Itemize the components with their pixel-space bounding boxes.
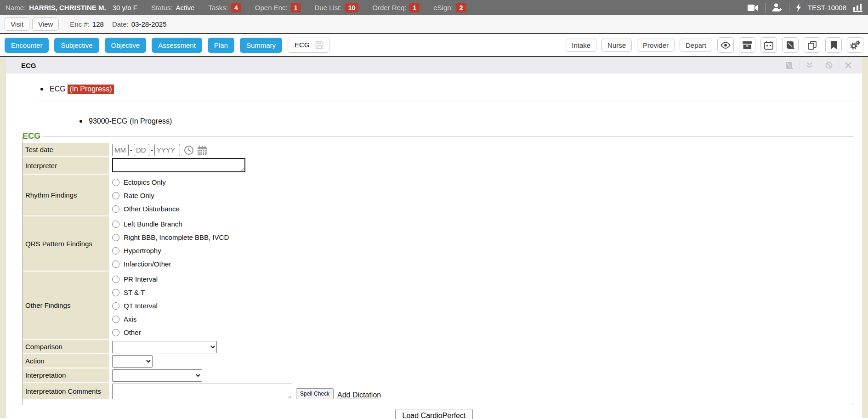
radio-pr-interval[interactable]: PR Interval — [112, 272, 381, 286]
tab-assessment[interactable]: Assessment — [152, 38, 202, 53]
name-label: Name: — [6, 4, 26, 11]
radio-label: Infarction/Other — [124, 260, 171, 268]
radio-other-disturbance[interactable]: Other Disturbance — [112, 202, 381, 215]
cancel-circle-icon[interactable] — [819, 60, 839, 70]
due-list-counter[interactable]: Due List: 10 — [314, 3, 358, 12]
depart-button[interactable]: Depart — [680, 39, 712, 52]
calendar-icon[interactable] — [760, 37, 777, 53]
tasks-counter[interactable]: Tasks: 4 — [208, 3, 241, 12]
intake-button[interactable]: Intake — [566, 39, 596, 52]
radio-infarction-other[interactable]: Infarction/Other — [112, 257, 381, 271]
radio-qt-interval[interactable]: QT Interval — [112, 299, 381, 312]
calendar-icon[interactable] — [197, 145, 207, 155]
spell-check-button[interactable]: Spell Check — [296, 388, 334, 399]
bar-chart-icon[interactable] — [853, 4, 862, 12]
ecg-order-item[interactable]: 93000-ECG (In Progress) — [79, 117, 862, 126]
interpretation-row: Interpretation — [23, 368, 381, 383]
radio-label: Left Bundle Branch — [124, 220, 182, 228]
lightning-icon[interactable] — [796, 3, 801, 12]
esign-badge[interactable]: 2 — [456, 3, 466, 12]
esign-counter[interactable]: eSign: 2 — [433, 3, 466, 12]
in-progress-status-badge: (In Progress) — [68, 85, 113, 94]
hypertrophy-radio[interactable] — [112, 247, 119, 255]
comparison-row: Comparison — [23, 340, 381, 354]
radio-ectopics-only[interactable]: Ectopics Only — [112, 176, 381, 189]
bookmark-icon[interactable] — [825, 37, 842, 53]
add-dictation-link[interactable]: Add Dictation — [337, 391, 381, 399]
interpretation-select[interactable] — [112, 369, 202, 382]
tab-encounter[interactable]: Encounter — [5, 38, 49, 53]
ledger-icon[interactable] — [782, 37, 799, 53]
comparison-select[interactable] — [112, 341, 217, 353]
patient-info-bar: Name: HARRIS, CHRISTINE M. 30 y/o F Stat… — [0, 0, 868, 15]
right-bbb-radio[interactable] — [112, 234, 119, 241]
order-req-counter[interactable]: Order Req: 1 — [372, 3, 420, 12]
copy-icon[interactable] — [804, 37, 820, 53]
interpretation-label: Interpretation — [23, 368, 109, 383]
book-icon[interactable] — [779, 60, 800, 70]
tab-plan[interactable]: Plan — [208, 38, 234, 53]
other-disturbance-radio[interactable] — [112, 205, 119, 213]
visit-button[interactable]: Visit — [5, 17, 29, 31]
comparison-label: Comparison — [23, 340, 109, 354]
test-date-year-input[interactable] — [154, 144, 180, 156]
tab-objective[interactable]: Objective — [105, 38, 147, 53]
nurse-button[interactable]: Nurse — [601, 39, 632, 52]
open-enc-badge[interactable]: 1 — [291, 3, 301, 12]
ecg-panel-body: ECG (In Progress) 93000-ECG (In Progress… — [6, 74, 862, 419]
infarction-other-radio[interactable] — [112, 260, 119, 268]
radio-hypertrophy[interactable]: Hypertrophy — [112, 244, 381, 257]
tasks-badge[interactable]: 4 — [231, 3, 241, 12]
radio-right-bbb[interactable]: Right BBB, Incomplete BBB, IVCD — [112, 231, 381, 244]
rate-only-radio[interactable] — [112, 192, 119, 199]
radio-label: QT Interval — [124, 302, 158, 310]
radio-axis[interactable]: Axis — [112, 312, 381, 326]
video-camera-icon[interactable] — [748, 4, 759, 11]
ecg-form-legend: ECG — [23, 131, 43, 141]
topbar-separator — [789, 3, 789, 12]
action-select[interactable] — [112, 355, 153, 368]
qt-interval-radio[interactable] — [112, 302, 119, 310]
tab-ecg-label: ECG — [295, 41, 310, 49]
ectopics-only-radio[interactable] — [112, 179, 119, 186]
gears-icon[interactable] — [847, 37, 863, 53]
close-icon[interactable] — [839, 60, 857, 70]
provider-button[interactable]: Provider — [637, 39, 675, 52]
clock-icon[interactable] — [184, 145, 194, 155]
pr-interval-radio[interactable] — [112, 276, 119, 283]
date-value: 03-28-2025 — [131, 20, 167, 28]
eye-icon[interactable] — [717, 37, 734, 53]
open-enc-counter[interactable]: Open Enc: 1 — [255, 3, 301, 12]
archive-icon[interactable] — [739, 37, 755, 53]
other-radio[interactable] — [112, 329, 119, 336]
radio-left-bundle-branch[interactable]: Left Bundle Branch — [112, 217, 381, 231]
left-bundle-branch-radio[interactable] — [112, 221, 119, 228]
test-date-day-input[interactable] — [134, 144, 149, 156]
action-label: Action — [23, 354, 109, 368]
tab-ecg-active[interactable]: ECG — [288, 38, 329, 53]
order-req-badge[interactable]: 1 — [409, 3, 420, 12]
tab-summary[interactable]: Summary — [240, 38, 282, 53]
interpreter-input[interactable] — [112, 158, 245, 172]
tab-subjective[interactable]: Subjective — [54, 38, 99, 53]
axis-radio[interactable] — [112, 316, 119, 323]
interpretation-comments-input[interactable] — [112, 384, 292, 399]
radio-other[interactable]: Other — [112, 326, 381, 339]
radio-st-t[interactable]: ST & T — [112, 286, 381, 299]
patient-name-group: Name: HARRIS, CHRISTINE M. 30 y/o F — [6, 4, 137, 11]
double-chevron-down-icon[interactable] — [800, 60, 819, 70]
test-date-month-input[interactable] — [112, 144, 129, 156]
due-list-badge[interactable]: 10 — [345, 3, 359, 12]
view-button[interactable]: View — [32, 17, 59, 31]
radio-label: Axis — [124, 315, 136, 323]
ecg-progress-item[interactable]: ECG (In Progress) — [40, 85, 862, 94]
radio-label: Right BBB, Incomplete BBB, IVCD — [124, 233, 229, 241]
radio-rate-only[interactable]: Rate Only — [112, 189, 381, 202]
qrs-pattern-row: QRS Pattern Findings Left Bundle Branch … — [23, 216, 381, 272]
person-add-icon[interactable] — [772, 3, 783, 12]
radio-label: Hypertrophy — [124, 247, 161, 255]
system-id: TEST-10008 — [808, 4, 846, 11]
load-cardioperfect-button[interactable]: Load CardioPerfect — [395, 409, 473, 419]
rhythm-findings-label: Rhythm Findings — [23, 175, 109, 216]
st-t-radio[interactable] — [112, 289, 119, 296]
